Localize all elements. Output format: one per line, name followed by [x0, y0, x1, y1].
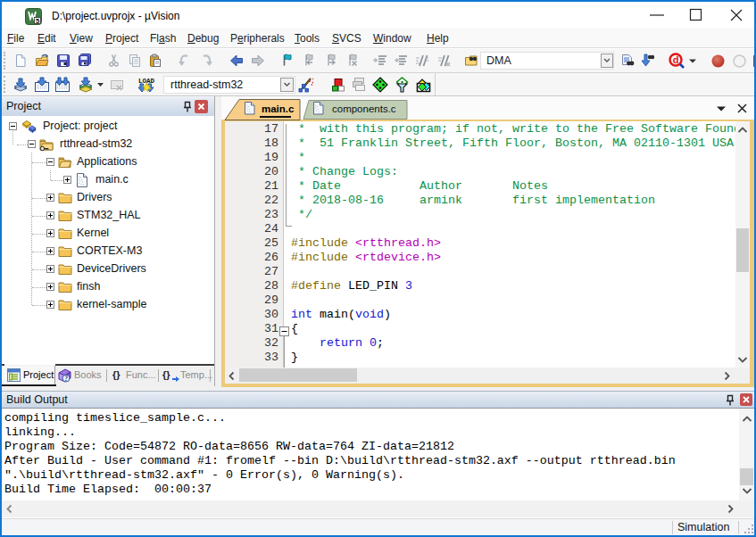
svg-text:d: d	[673, 54, 679, 65]
svg-text:?: ?	[64, 375, 68, 383]
svg-text:5: 5	[36, 17, 39, 25]
